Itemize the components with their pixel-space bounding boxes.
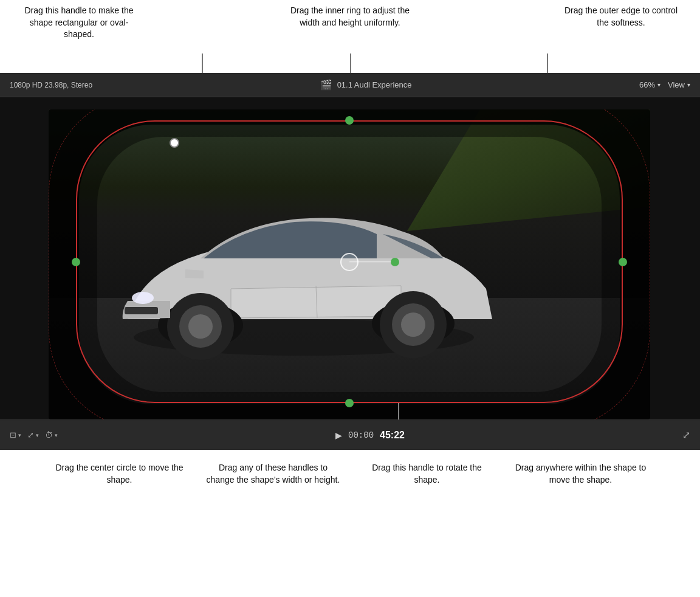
timecode-prefix: 00:00 xyxy=(348,430,374,440)
right-handle[interactable] xyxy=(619,258,627,266)
fullscreen-icon: ⤢ xyxy=(682,429,690,441)
player-controls: ⊡ ▾ ⤢ ▾ ⏱ ▾ ▶ 00:0045:22 ⤢ xyxy=(0,419,700,450)
annotation-bottom-center-left: Drag any of these handles to change the … xyxy=(207,462,340,486)
clip-title: 01.1 Audi Experience xyxy=(337,80,412,89)
controls-right: ⤢ xyxy=(682,429,690,441)
controls-right-top: 66% ▾ View ▾ xyxy=(639,80,690,89)
annotation-bottom-right: Drag anywhere within the shape to move t… xyxy=(514,462,648,486)
video-player: 1080p HD 23.98p, Stereo 🎬 01.1 Audi Expe… xyxy=(0,73,700,450)
top-handle[interactable] xyxy=(345,116,354,125)
view-label: View xyxy=(668,80,685,89)
player-topbar: 1080p HD 23.98p, Stereo 🎬 01.1 Audi Expe… xyxy=(0,73,700,97)
crop-chevron: ▾ xyxy=(18,432,21,438)
zoom-button[interactable]: 66% ▾ xyxy=(639,80,661,89)
annotation-bottom-left: Drag the center circle to move the shape… xyxy=(53,462,187,486)
speed-chevron: ▾ xyxy=(55,432,58,438)
film-icon: 🎬 xyxy=(320,79,332,91)
car-scene xyxy=(49,109,650,419)
video-canvas xyxy=(0,97,700,419)
shape-type-handle[interactable] xyxy=(170,138,179,148)
annotation-top-left: Drag this handle to make the shape recta… xyxy=(18,5,140,41)
transform-icon: ⤢ xyxy=(27,430,34,440)
crop-button[interactable]: ⊡ ▾ xyxy=(10,430,21,440)
transform-chevron: ▾ xyxy=(36,432,39,438)
annotation-top-right: Drag the outer edge to control the softn… xyxy=(560,5,682,29)
rotate-line xyxy=(398,403,399,419)
annotation-bottom-center-right: Drag this handle to rotate the shape. xyxy=(360,462,494,486)
center-handle[interactable] xyxy=(340,253,359,271)
title-area: 🎬 01.1 Audi Experience xyxy=(320,79,412,91)
crop-icon: ⊡ xyxy=(10,430,16,440)
annotation-top-center: Drag the inner ring to adjust the width … xyxy=(289,5,411,29)
timecode-bold: 45:22 xyxy=(380,430,405,441)
annotations-bottom: Drag the center circle to move the shape… xyxy=(0,450,700,597)
left-handle[interactable] xyxy=(72,258,80,266)
controls-left: ⊡ ▾ ⤢ ▾ ⏱ ▾ xyxy=(10,430,58,440)
fullscreen-button[interactable]: ⤢ xyxy=(682,429,690,441)
speed-button[interactable]: ⏱ ▾ xyxy=(45,430,58,440)
controls-center: ▶ 00:0045:22 xyxy=(335,430,405,441)
inner-ring-handle[interactable] xyxy=(391,258,399,266)
transform-button[interactable]: ⤢ ▾ xyxy=(27,430,39,440)
speed-icon: ⏱ xyxy=(45,430,53,440)
chevron-down-icon: ▾ xyxy=(657,81,661,88)
mask-shape-container xyxy=(76,120,623,403)
bottom-handle[interactable] xyxy=(345,399,354,407)
annotations-top: Drag this handle to make the shape recta… xyxy=(0,0,700,73)
play-button[interactable]: ▶ xyxy=(335,430,342,440)
view-button[interactable]: View ▾ xyxy=(668,80,690,89)
zoom-label: 66% xyxy=(639,80,655,89)
chevron-down-icon-view: ▾ xyxy=(687,81,690,88)
format-label: 1080p HD 23.98p, Stereo xyxy=(10,81,92,89)
